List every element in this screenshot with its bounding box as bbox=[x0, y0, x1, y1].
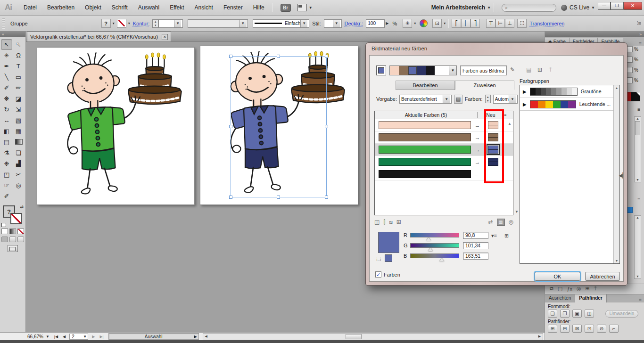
menu-item-ansicht[interactable]: Ansicht bbox=[190, 0, 218, 15]
selected-new-color-swatch[interactable] bbox=[378, 232, 399, 253]
active-color-swatch[interactable] bbox=[376, 65, 386, 75]
selection-tool-icon[interactable]: ↖ bbox=[1, 39, 12, 50]
scroll-down-icon[interactable]: ▼ bbox=[515, 210, 519, 214]
chevron-down-icon[interactable]: ▾ bbox=[128, 21, 130, 25]
trash-icon[interactable]: ⍑ bbox=[594, 286, 597, 292]
color-group-name-field[interactable]: Farben aus Bildma bbox=[460, 65, 507, 75]
zoom-level-dropdown[interactable]: 66,67% ▼ bbox=[27, 334, 50, 339]
color-mode-menu-icon[interactable]: ▾≡ bbox=[491, 233, 497, 239]
close-button[interactable]: ✕ bbox=[623, 2, 642, 10]
minimize-button[interactable]: — bbox=[598, 2, 611, 10]
draw-inside-button[interactable] bbox=[17, 237, 24, 242]
new-color-row-icon[interactable]: ⊞ bbox=[396, 219, 401, 225]
status-display-dropdown[interactable]: Auswahl ▶ bbox=[108, 333, 199, 340]
selection-handle[interactable] bbox=[229, 125, 232, 128]
measure-tool-icon[interactable]: ✐ bbox=[1, 191, 12, 202]
menu-item-hilfe[interactable]: Hilfe bbox=[248, 0, 270, 15]
scroll-right-icon[interactable]: ▶ bbox=[537, 334, 543, 340]
current-color-swatch[interactable] bbox=[379, 133, 471, 141]
paintbrush-tool-icon[interactable]: ✐ bbox=[1, 82, 12, 93]
pathfinder-divide-button[interactable]: ⊞ bbox=[548, 325, 557, 333]
new-color-swatch[interactable] bbox=[488, 133, 498, 141]
scrollbar-thumb[interactable] bbox=[346, 334, 362, 339]
red-slider[interactable] bbox=[410, 233, 459, 237]
opacity-arrow[interactable]: ▶ bbox=[385, 21, 389, 25]
align-to-selection-button[interactable]: ⊡ bbox=[432, 19, 442, 28]
type-tool-icon[interactable]: T bbox=[13, 61, 24, 72]
align-left-button[interactable]: ⎡ bbox=[452, 19, 461, 28]
selection-bounding-box[interactable] bbox=[231, 56, 327, 197]
panel-scrollbar[interactable]: ▲▼ bbox=[634, 215, 641, 279]
chevron-down-icon[interactable]: ▼ bbox=[309, 6, 313, 10]
scroll-up-icon[interactable]: ▲ bbox=[508, 122, 512, 126]
blue-value-field[interactable]: 163,51 bbox=[463, 253, 488, 260]
menu-item-objekt[interactable]: Objekt bbox=[80, 0, 107, 15]
blend-tool-icon[interactable]: ❏ bbox=[13, 147, 24, 158]
screen-mode-button[interactable] bbox=[8, 245, 18, 252]
chevron-down-icon[interactable]: ▾ bbox=[444, 21, 446, 25]
pen-tool-icon[interactable]: ✒ bbox=[1, 61, 12, 72]
tab-bearbeiten[interactable]: Bearbeiten bbox=[396, 81, 455, 90]
distribute-center-button[interactable]: ⊢ bbox=[495, 19, 505, 28]
free-transform-tool-icon[interactable]: ▧ bbox=[13, 115, 24, 126]
chevron-down-icon[interactable]: ▼ bbox=[509, 95, 516, 103]
color-group-row[interactable]: ▶Leuchtende ... bbox=[520, 98, 619, 111]
panel-menu-icon[interactable]: ≡ bbox=[637, 107, 640, 112]
pathfinder-trim-button[interactable]: ⊟ bbox=[560, 325, 570, 333]
chevron-down-icon[interactable]: ▼ bbox=[45, 335, 50, 339]
symbol-sprayer-tool-icon[interactable]: ❉ bbox=[1, 158, 12, 169]
merge-colors-icon[interactable]: ◫ bbox=[374, 219, 380, 225]
randomize-order-icon[interactable]: ⇄ bbox=[488, 219, 493, 226]
color-row[interactable]: → bbox=[375, 131, 513, 144]
selection-handle[interactable] bbox=[277, 55, 280, 58]
chevron-down-icon[interactable]: ▼ bbox=[591, 6, 595, 10]
new-color-swatch[interactable] bbox=[488, 158, 498, 166]
tools-panel-header[interactable]: « bbox=[0, 32, 25, 37]
menu-item-datei[interactable]: Datei bbox=[18, 0, 42, 15]
eyedropper-tool-icon[interactable]: ⚗ bbox=[1, 147, 12, 158]
dock-collapse-header[interactable]: » bbox=[545, 32, 644, 37]
perspective-grid-tool-icon[interactable]: ▦ bbox=[13, 126, 24, 137]
selection-handle[interactable] bbox=[229, 196, 232, 199]
cancel-button[interactable]: Abbrechen bbox=[585, 272, 620, 281]
direct-selection-tool-icon[interactable]: ↖ bbox=[13, 39, 24, 50]
zoom-tool-icon[interactable]: ◎ bbox=[13, 180, 24, 191]
free-transform-icon[interactable]: ⛶ bbox=[517, 19, 527, 28]
shape-mode-exclude-button[interactable]: ◫ bbox=[585, 310, 594, 318]
close-tab-icon[interactable]: ✕ bbox=[162, 34, 168, 40]
current-color-swatch[interactable] bbox=[379, 146, 471, 154]
green-slider[interactable] bbox=[410, 243, 459, 248]
eraser-tool-icon[interactable]: ◪ bbox=[13, 93, 24, 104]
transformieren-link[interactable]: Transformieren bbox=[529, 21, 564, 26]
search-input[interactable]: ⌕ bbox=[502, 4, 556, 12]
pathfinder-minus-back-button[interactable]: ⌐ bbox=[609, 325, 619, 333]
graph-tool-icon[interactable]: ▟ bbox=[13, 158, 24, 169]
stroke-none-swatch[interactable] bbox=[117, 19, 126, 28]
restore-button[interactable]: ❐ bbox=[611, 2, 623, 10]
chevron-down-icon[interactable]: ▼ bbox=[300, 20, 307, 27]
farben-stepper[interactable]: ▲▼ bbox=[485, 95, 491, 103]
boy-artwork-original[interactable] bbox=[44, 50, 188, 202]
brush-definition-dropdown[interactable]: Einfach ▼ bbox=[253, 19, 309, 28]
chevron-down-icon[interactable]: ▾ bbox=[414, 21, 416, 25]
fx-icon[interactable]: ƒx bbox=[567, 286, 572, 292]
color-row[interactable]: – bbox=[375, 168, 513, 180]
distribute-top-button[interactable]: ⊤ bbox=[486, 19, 495, 28]
vorgabe-dropdown[interactable]: Benutzerdefiniert▼ bbox=[399, 95, 452, 104]
color-group-row[interactable]: ▶Grautöne bbox=[520, 85, 619, 98]
new-item-icon[interactable]: ⊞ bbox=[586, 286, 590, 292]
shape-mode-intersect-button[interactable]: ▣ bbox=[572, 310, 582, 318]
current-color-swatch[interactable] bbox=[379, 158, 471, 166]
pencil-tool-icon[interactable]: ✏ bbox=[13, 82, 24, 93]
square-icon[interactable]: ▢ bbox=[558, 286, 562, 292]
preset-options-icon[interactable]: ▤ bbox=[454, 95, 462, 104]
chevron-down-icon[interactable]: ▼ bbox=[82, 335, 88, 339]
collapse-groups-arrow[interactable]: ◀▏ bbox=[619, 172, 627, 179]
current-color-swatch[interactable] bbox=[379, 170, 471, 178]
color-row[interactable]: → bbox=[375, 156, 513, 168]
shape-mode-unite-button[interactable]: ❏ bbox=[548, 310, 557, 318]
width-profile-dropdown[interactable]: ▼ bbox=[188, 19, 248, 28]
draw-behind-button[interactable] bbox=[9, 237, 16, 242]
panel-options-icon[interactable]: ⫶≡ bbox=[637, 20, 641, 26]
separate-colors-icon[interactable]: ⫿ bbox=[383, 219, 385, 225]
